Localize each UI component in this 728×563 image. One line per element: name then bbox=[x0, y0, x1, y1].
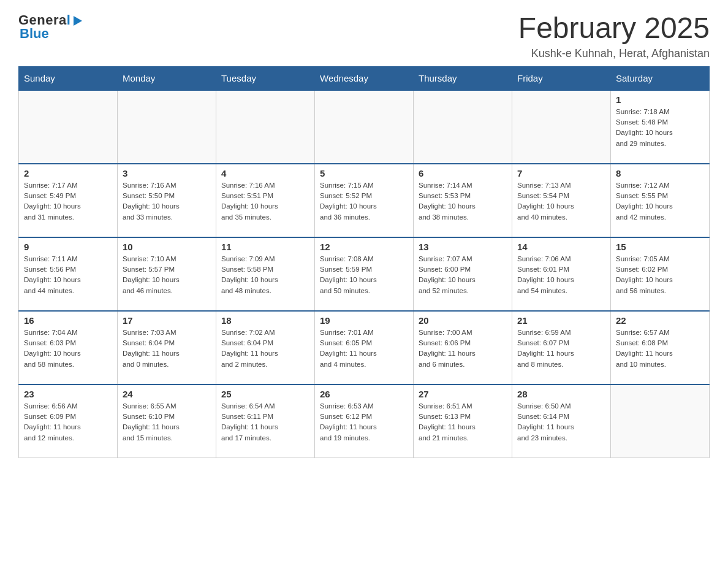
day-header-sunday: Sunday bbox=[19, 66, 118, 90]
day-header-wednesday: Wednesday bbox=[315, 66, 414, 90]
calendar-cell bbox=[512, 90, 611, 164]
day-info: Sunrise: 7:02 AMSunset: 6:04 PMDaylight:… bbox=[221, 327, 309, 370]
day-number: 22 bbox=[616, 315, 704, 326]
day-info: Sunrise: 7:05 AMSunset: 6:02 PMDaylight:… bbox=[616, 254, 704, 296]
day-number: 5 bbox=[320, 168, 408, 178]
day-info: Sunrise: 6:59 AMSunset: 6:07 PMDaylight:… bbox=[517, 327, 605, 370]
title-area: February 2025 Kushk-e Kuhnah, Herat, Afg… bbox=[518, 12, 710, 60]
day-info: Sunrise: 7:15 AMSunset: 5:52 PMDaylight:… bbox=[320, 180, 408, 223]
calendar-cell: 9Sunrise: 7:11 AMSunset: 5:56 PMDaylight… bbox=[19, 237, 118, 311]
calendar-cell: 2Sunrise: 7:17 AMSunset: 5:49 PMDaylight… bbox=[19, 164, 118, 237]
day-info: Sunrise: 6:54 AMSunset: 6:11 PMDaylight:… bbox=[221, 401, 309, 443]
day-info: Sunrise: 6:55 AMSunset: 6:10 PMDaylight:… bbox=[123, 401, 211, 443]
day-number: 26 bbox=[320, 389, 408, 399]
day-header-saturday: Saturday bbox=[611, 66, 710, 90]
day-number: 27 bbox=[419, 389, 507, 399]
logo-arrow-icon bbox=[71, 14, 85, 28]
day-header-friday: Friday bbox=[512, 66, 611, 90]
day-info: Sunrise: 7:06 AMSunset: 6:01 PMDaylight:… bbox=[517, 254, 605, 296]
calendar-cell bbox=[216, 90, 315, 164]
calendar-cell: 15Sunrise: 7:05 AMSunset: 6:02 PMDayligh… bbox=[611, 237, 710, 311]
calendar-cell: 10Sunrise: 7:10 AMSunset: 5:57 PMDayligh… bbox=[118, 237, 216, 311]
day-info: Sunrise: 7:12 AMSunset: 5:55 PMDaylight:… bbox=[616, 180, 704, 223]
day-number: 23 bbox=[24, 389, 112, 399]
day-header-monday: Monday bbox=[118, 66, 216, 90]
calendar-cell: 22Sunrise: 6:57 AMSunset: 6:08 PMDayligh… bbox=[611, 311, 710, 385]
day-number: 18 bbox=[221, 315, 309, 326]
page-header: General Blue February 2025 Kushk-e Kuhna… bbox=[18, 12, 710, 60]
day-number: 14 bbox=[517, 242, 605, 252]
day-info: Sunrise: 7:01 AMSunset: 6:05 PMDaylight:… bbox=[320, 327, 408, 370]
calendar-cell: 5Sunrise: 7:15 AMSunset: 5:52 PMDaylight… bbox=[315, 164, 414, 237]
calendar-cell bbox=[414, 90, 512, 164]
day-number: 24 bbox=[123, 389, 211, 399]
calendar-cell bbox=[118, 90, 216, 164]
day-number: 2 bbox=[24, 168, 112, 178]
day-info: Sunrise: 7:14 AMSunset: 5:53 PMDaylight:… bbox=[419, 180, 507, 223]
calendar-cell: 18Sunrise: 7:02 AMSunset: 6:04 PMDayligh… bbox=[216, 311, 315, 385]
calendar-cell: 27Sunrise: 6:51 AMSunset: 6:13 PMDayligh… bbox=[414, 385, 512, 458]
calendar-cell: 21Sunrise: 6:59 AMSunset: 6:07 PMDayligh… bbox=[512, 311, 611, 385]
day-number: 4 bbox=[221, 168, 309, 178]
day-number: 10 bbox=[123, 242, 211, 252]
calendar-header-row: SundayMondayTuesdayWednesdayThursdayFrid… bbox=[19, 66, 710, 90]
calendar-week-row: 2Sunrise: 7:17 AMSunset: 5:49 PMDaylight… bbox=[19, 164, 710, 237]
day-number: 6 bbox=[419, 168, 507, 178]
day-number: 13 bbox=[419, 242, 507, 252]
calendar-cell: 3Sunrise: 7:16 AMSunset: 5:50 PMDaylight… bbox=[118, 164, 216, 237]
day-number: 11 bbox=[221, 242, 309, 252]
day-info: Sunrise: 6:50 AMSunset: 6:14 PMDaylight:… bbox=[517, 401, 605, 443]
calendar-title: February 2025 bbox=[518, 12, 710, 45]
calendar-cell: 7Sunrise: 7:13 AMSunset: 5:54 PMDaylight… bbox=[512, 164, 611, 237]
calendar-cell bbox=[611, 385, 710, 458]
calendar-subtitle: Kushk-e Kuhnah, Herat, Afghanistan bbox=[518, 47, 710, 60]
day-number: 12 bbox=[320, 242, 408, 252]
calendar-cell: 17Sunrise: 7:03 AMSunset: 6:04 PMDayligh… bbox=[118, 311, 216, 385]
day-number: 17 bbox=[123, 315, 211, 326]
day-info: Sunrise: 7:08 AMSunset: 5:59 PMDaylight:… bbox=[320, 254, 408, 296]
day-info: Sunrise: 7:10 AMSunset: 5:57 PMDaylight:… bbox=[123, 254, 211, 296]
day-info: Sunrise: 7:16 AMSunset: 5:51 PMDaylight:… bbox=[221, 180, 309, 223]
calendar-week-row: 9Sunrise: 7:11 AMSunset: 5:56 PMDaylight… bbox=[19, 237, 710, 311]
day-number: 20 bbox=[419, 315, 507, 326]
calendar-cell: 13Sunrise: 7:07 AMSunset: 6:00 PMDayligh… bbox=[414, 237, 512, 311]
calendar-week-row: 23Sunrise: 6:56 AMSunset: 6:09 PMDayligh… bbox=[19, 385, 710, 458]
calendar-cell: 24Sunrise: 6:55 AMSunset: 6:10 PMDayligh… bbox=[118, 385, 216, 458]
calendar-cell: 11Sunrise: 7:09 AMSunset: 5:58 PMDayligh… bbox=[216, 237, 315, 311]
day-info: Sunrise: 7:09 AMSunset: 5:58 PMDaylight:… bbox=[221, 254, 309, 296]
calendar-cell: 12Sunrise: 7:08 AMSunset: 5:59 PMDayligh… bbox=[315, 237, 414, 311]
day-header-tuesday: Tuesday bbox=[216, 66, 315, 90]
calendar-cell: 19Sunrise: 7:01 AMSunset: 6:05 PMDayligh… bbox=[315, 311, 414, 385]
calendar-cell bbox=[315, 90, 414, 164]
svg-marker-0 bbox=[74, 16, 82, 26]
calendar-cell: 20Sunrise: 7:00 AMSunset: 6:06 PMDayligh… bbox=[414, 311, 512, 385]
day-number: 1 bbox=[616, 94, 704, 105]
calendar-table: SundayMondayTuesdayWednesdayThursdayFrid… bbox=[18, 66, 710, 459]
day-number: 9 bbox=[24, 242, 112, 252]
day-info: Sunrise: 6:53 AMSunset: 6:12 PMDaylight:… bbox=[320, 401, 408, 443]
calendar-week-row: 16Sunrise: 7:04 AMSunset: 6:03 PMDayligh… bbox=[19, 311, 710, 385]
day-info: Sunrise: 7:17 AMSunset: 5:49 PMDaylight:… bbox=[24, 180, 112, 223]
day-number: 8 bbox=[616, 168, 704, 178]
day-header-thursday: Thursday bbox=[414, 66, 512, 90]
calendar-cell: 1Sunrise: 7:18 AMSunset: 5:48 PMDaylight… bbox=[611, 90, 710, 164]
day-info: Sunrise: 6:57 AMSunset: 6:08 PMDaylight:… bbox=[616, 327, 704, 370]
day-info: Sunrise: 7:18 AMSunset: 5:48 PMDaylight:… bbox=[616, 107, 704, 149]
day-info: Sunrise: 7:03 AMSunset: 6:04 PMDaylight:… bbox=[123, 327, 211, 370]
logo-blue-text: Blue bbox=[20, 26, 49, 42]
calendar-cell: 14Sunrise: 7:06 AMSunset: 6:01 PMDayligh… bbox=[512, 237, 611, 311]
day-number: 19 bbox=[320, 315, 408, 326]
day-info: Sunrise: 7:07 AMSunset: 6:00 PMDaylight:… bbox=[419, 254, 507, 296]
calendar-cell: 26Sunrise: 6:53 AMSunset: 6:12 PMDayligh… bbox=[315, 385, 414, 458]
day-number: 7 bbox=[517, 168, 605, 178]
day-info: Sunrise: 7:13 AMSunset: 5:54 PMDaylight:… bbox=[517, 180, 605, 223]
day-info: Sunrise: 6:56 AMSunset: 6:09 PMDaylight:… bbox=[24, 401, 112, 443]
day-number: 16 bbox=[24, 315, 112, 326]
day-info: Sunrise: 7:04 AMSunset: 6:03 PMDaylight:… bbox=[24, 327, 112, 370]
calendar-cell: 4Sunrise: 7:16 AMSunset: 5:51 PMDaylight… bbox=[216, 164, 315, 237]
logo: General Blue bbox=[18, 12, 85, 42]
day-number: 15 bbox=[616, 242, 704, 252]
calendar-cell: 28Sunrise: 6:50 AMSunset: 6:14 PMDayligh… bbox=[512, 385, 611, 458]
calendar-cell: 16Sunrise: 7:04 AMSunset: 6:03 PMDayligh… bbox=[19, 311, 118, 385]
calendar-cell: 25Sunrise: 6:54 AMSunset: 6:11 PMDayligh… bbox=[216, 385, 315, 458]
